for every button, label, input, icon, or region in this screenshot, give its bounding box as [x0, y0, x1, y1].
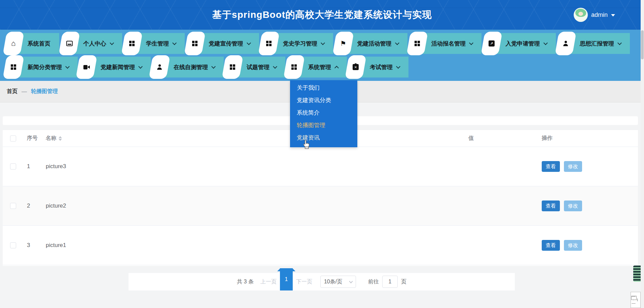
- nav-item-label: 入党申请管理: [506, 40, 540, 48]
- row-name: picture3: [46, 163, 463, 170]
- view-button[interactable]: 查看: [542, 161, 560, 172]
- prev-page-button[interactable]: 上一页: [260, 278, 277, 285]
- nav-item-party-publicity-management[interactable]: 党建宣传管理: [193, 33, 259, 54]
- table-row: 2 picture2 查看 修改: [3, 186, 638, 226]
- vertical-scrollbar[interactable]: [641, 0, 644, 308]
- nav-item-system-management[interactable]: 系统管理: [293, 57, 347, 78]
- nav-item-student-management[interactable]: 学生管理: [131, 33, 185, 54]
- next-page-button[interactable]: 下一页: [296, 278, 312, 285]
- overlay-widget[interactable]: I: [631, 292, 641, 308]
- dropdown-item-party-info-category[interactable]: 党建资讯分类: [290, 94, 357, 106]
- nav-item-label: 思想汇报管理: [580, 40, 614, 48]
- mouse-hand-cursor: [302, 140, 311, 150]
- row-name: picture2: [46, 203, 463, 209]
- avatar[interactable]: [574, 8, 588, 22]
- chevron-down-icon: [349, 279, 353, 283]
- chevron-down-icon: [469, 41, 473, 45]
- nav-item-label: 党建活动管理: [357, 40, 392, 48]
- nav-item-party-history-study-management[interactable]: 党史学习管理: [267, 33, 333, 54]
- dropdown-item-carousel-management[interactable]: 轮播图管理: [290, 119, 357, 131]
- nav-item-party-application-management[interactable]: ↗ 入党申请管理: [490, 33, 556, 54]
- breadcrumb-home[interactable]: 首页: [7, 88, 17, 95]
- nav-item-label: 党建宣传管理: [209, 40, 243, 48]
- chevron-down-icon: [172, 41, 177, 45]
- scrollbar-thumb[interactable]: [641, 30, 644, 59]
- nav-item-party-activity-management[interactable]: ⚑ 党建活动管理: [342, 33, 407, 54]
- breadcrumb-separator: —: [22, 89, 27, 95]
- username: admin: [591, 11, 608, 19]
- hourglass-icon: [632, 296, 636, 304]
- col-value: 值: [463, 135, 536, 142]
- nav-item-system-home[interactable]: ⌂ 系统首页: [12, 33, 59, 54]
- nav-item-label: 学生管理: [146, 40, 169, 48]
- flag-icon: ⚑: [332, 32, 354, 55]
- nav-item-label: 个人中心: [83, 40, 106, 48]
- nav-item-label: 考试管理: [370, 63, 393, 71]
- select-all-checkbox[interactable]: [10, 135, 16, 142]
- nav-item-news-category-management[interactable]: 新闻分类管理: [12, 57, 78, 78]
- trend-chart-icon: ↗: [480, 32, 502, 55]
- nav-item-activity-signup-management[interactable]: 活动报名管理: [416, 33, 481, 54]
- system-management-dropdown: 关于我们 党建资讯分类 系统简介 轮播图管理 党建资讯: [290, 80, 357, 147]
- grid-icon: [184, 32, 205, 55]
- nav-row-2: 新闻分类管理 党建新闻管理 在线自测管理 试题管理 系统管理 ✕ 考试管理: [12, 57, 408, 78]
- page-size-select[interactable]: 10条/页: [320, 276, 356, 288]
- nav-row-1: ⌂ 系统首页 个人中心 学生管理 党建宣传管理 党史学习管理 ⚑ 党建活动管理: [12, 33, 630, 54]
- dropdown-item-party-info[interactable]: 党建资讯: [290, 131, 357, 144]
- chevron-down-icon: [395, 41, 399, 45]
- nav-item-online-selftest-management[interactable]: 在线自测管理: [158, 57, 224, 78]
- page-number-active[interactable]: 1: [280, 268, 293, 290]
- view-button[interactable]: 查看: [542, 201, 560, 211]
- nav-item-label: 党建新闻管理: [101, 63, 135, 71]
- id-card-icon: [58, 32, 80, 55]
- nav-item-question-management[interactable]: 试题管理: [231, 57, 285, 78]
- row-checkbox[interactable]: [10, 163, 16, 170]
- dropdown-item-about-us[interactable]: 关于我们: [290, 82, 357, 94]
- nav-item-label: 新闻分类管理: [28, 63, 62, 71]
- carousel-table: 序号 名称 值 操作 1 picture3 查看 修改 2 picture2 查…: [3, 130, 638, 266]
- edit-button[interactable]: 修改: [564, 201, 582, 211]
- nav-item-exam-management[interactable]: ✕ 考试管理: [354, 57, 408, 78]
- grid-icon: [121, 32, 143, 55]
- chevron-up-icon: [334, 66, 339, 70]
- chevron-down-icon: [611, 14, 615, 17]
- app-header: 基于springBoot的高校大学生党建系统设计与实现 admin: [0, 0, 644, 30]
- chevron-down-icon: [138, 64, 143, 69]
- nav-item-label: 系统管理: [308, 63, 331, 71]
- nav-item-label: 活动报名管理: [431, 40, 466, 48]
- dropdown-item-system-intro[interactable]: 系统简介: [290, 106, 357, 119]
- goto-unit: 页: [401, 278, 406, 285]
- sort-icon[interactable]: [59, 136, 62, 141]
- row-index: 3: [22, 242, 46, 249]
- nav-item-party-news-management[interactable]: 党建新闻管理: [85, 57, 151, 78]
- user-menu[interactable]: admin: [574, 8, 615, 22]
- chevron-down-icon: [617, 41, 622, 45]
- row-checkbox[interactable]: [10, 242, 16, 248]
- row-index: 1: [22, 163, 46, 170]
- chevron-down-icon: [247, 41, 251, 45]
- row-name: picture1: [46, 242, 463, 249]
- chevron-down-icon: [273, 64, 277, 69]
- home-icon: ⌂: [3, 32, 24, 55]
- row-checkbox[interactable]: [10, 203, 16, 209]
- goto-page-input[interactable]: [382, 276, 398, 288]
- edit-button[interactable]: 修改: [564, 240, 582, 251]
- nav-item-label: 在线自测管理: [174, 63, 208, 71]
- nav-item-thought-report-management[interactable]: 思想汇报管理: [564, 33, 630, 54]
- view-button[interactable]: 查看: [542, 240, 560, 251]
- edit-button[interactable]: 修改: [564, 161, 582, 172]
- chevron-down-icon: [110, 41, 114, 45]
- col-name: 名称: [46, 135, 463, 142]
- chevron-down-icon: [211, 64, 216, 69]
- grid-icon: [283, 55, 305, 79]
- nav-item-personal-center[interactable]: 个人中心: [68, 33, 122, 54]
- recorder-widget[interactable]: [633, 266, 641, 282]
- text-cursor-icon: I: [637, 298, 638, 302]
- grid-icon: [222, 55, 243, 79]
- chevron-down-icon: [396, 64, 400, 69]
- chevron-down-icon: [321, 41, 325, 45]
- pagination: 共 3 条 上一页 1 下一页 10条/页 前往 页: [129, 273, 515, 290]
- nav-item-label: 系统首页: [28, 40, 50, 48]
- breadcrumb-current[interactable]: 轮播图管理: [31, 88, 58, 95]
- nav-item-label: 试题管理: [247, 63, 270, 71]
